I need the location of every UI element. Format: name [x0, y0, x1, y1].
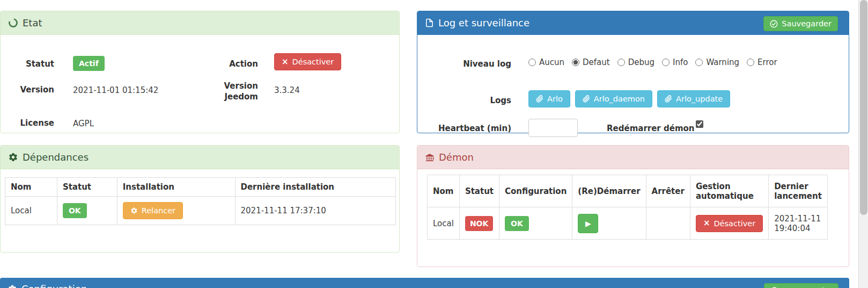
- scrollbar-thumb[interactable]: [860, 0, 867, 215]
- version-jeedom-value: 3.3.24: [274, 85, 300, 95]
- panel-etat: Etat Statut Actif Action × Désactiver Ve…: [0, 11, 400, 133]
- demon-table: Nom Statut Configuration (Re)Démarrer Ar…: [427, 175, 828, 240]
- demon-config-cell: OK: [499, 207, 572, 240]
- heartbeat-label: Heartbeat (min): [423, 124, 511, 133]
- check-circle-icon: [770, 20, 778, 28]
- panel-log: Log et surveillance Sauvegarder Niveau l…: [417, 11, 849, 133]
- radio-aucun[interactable]: Aucun: [528, 57, 564, 67]
- demon-gestion-cell: × Désactiver: [690, 207, 768, 240]
- panel-configuration-header: Configuration Sauvegarder: [0, 278, 849, 288]
- plugin-config-page: Etat Statut Actif Action × Désactiver Ve…: [0, 0, 868, 288]
- panel-dependances-header: Dépendances: [1, 146, 399, 169]
- dep-date-cell: 2021-11-11 17:37:10: [235, 197, 396, 225]
- version-label: Version: [1, 85, 54, 95]
- dep-installation-cell: Relancer: [117, 197, 235, 225]
- log-arlo-button[interactable]: Arlo: [528, 90, 570, 107]
- paperclip-icon: [583, 95, 590, 103]
- circle-notch-icon: [8, 18, 18, 28]
- x-icon: ×: [703, 219, 710, 227]
- demon-config-badge: OK: [505, 216, 529, 231]
- relancer-button[interactable]: Relancer: [123, 202, 183, 219]
- cogs-icon: [8, 284, 17, 288]
- start-daemon-button[interactable]: ▶: [578, 214, 598, 233]
- panel-etat-title: Etat: [23, 17, 42, 28]
- radio-error[interactable]: Error: [747, 57, 777, 67]
- dep-nom-cell: Local: [5, 197, 57, 225]
- radio-debug-input[interactable]: [617, 59, 625, 66]
- col-gestion-automatique: Gestion automatique: [690, 175, 768, 207]
- file-icon: [425, 18, 434, 27]
- desactiver-gestion-button[interactable]: × Désactiver: [696, 215, 763, 232]
- col-configuration: Configuration: [499, 175, 572, 207]
- desactiver-plugin-button[interactable]: × Désactiver: [274, 53, 341, 70]
- x-icon: ×: [282, 58, 289, 66]
- log-level-radio-group: Aucun Defaut Debug Info Warning: [528, 57, 777, 67]
- panel-log-body: Niveau log Aucun Defaut Debug Info: [417, 35, 849, 133]
- log-buttons-group: Arlo Arlo_daemon Arlo_update: [528, 90, 730, 107]
- col-nom: Nom: [5, 178, 57, 197]
- demon-stop-cell: [646, 207, 690, 240]
- panel-etat-body: Statut Actif Action × Désactiver Version…: [1, 35, 399, 133]
- col-arreter: Arrêter: [646, 175, 690, 207]
- col-statut: Statut: [459, 175, 499, 207]
- demon-status-badge: NOK: [465, 216, 493, 231]
- configuration-sauvegarder-button[interactable]: Sauvegarder: [764, 283, 838, 288]
- dep-status-badge: OK: [63, 203, 87, 218]
- col-nom: Nom: [428, 175, 460, 207]
- demon-nom-cell: Local: [428, 207, 460, 240]
- play-icon: ▶: [585, 219, 591, 228]
- paperclip-icon: [536, 95, 543, 103]
- sauvegarder-button[interactable]: Sauvegarder: [763, 16, 838, 31]
- radio-defaut-input[interactable]: [572, 59, 579, 66]
- demon-row: Local NOK OK ▶ × Désactiver 2021-11-11 1…: [428, 207, 828, 240]
- action-label: Action: [204, 59, 258, 69]
- radio-info[interactable]: Info: [662, 57, 688, 67]
- bank-icon: [425, 153, 435, 162]
- license-value: AGPL: [73, 119, 94, 128]
- restart-daemon-checkbox[interactable]: [696, 120, 703, 128]
- heartbeat-input[interactable]: [528, 119, 578, 137]
- panel-demon: Démon Nom Statut Configuration (Re)Démar…: [417, 145, 849, 267]
- panel-etat-header: Etat: [1, 11, 399, 35]
- panel-dependances: Dépendances Nom Statut Installation Dern…: [0, 145, 400, 253]
- radio-warning[interactable]: Warning: [695, 57, 739, 67]
- radio-error-input[interactable]: [747, 59, 754, 66]
- statut-label: Statut: [1, 59, 54, 69]
- dependances-row: Local OK Relancer 2021-11-11 17:37:10: [5, 197, 396, 225]
- license-label: License: [1, 118, 54, 128]
- cogs-icon: [130, 207, 138, 214]
- col-redemarrer: (Re)Démarrer: [572, 175, 646, 207]
- restart-daemon-label: Redémarrer démon: [607, 124, 695, 133]
- radio-defaut[interactable]: Defaut: [572, 57, 610, 67]
- gear-icon: [8, 152, 18, 162]
- log-arlo-update-button[interactable]: Arlo_update: [657, 90, 730, 107]
- demon-date-cell: 2021-11-11 19:40:04: [769, 207, 828, 240]
- log-arlo-daemon-button[interactable]: Arlo_daemon: [575, 90, 652, 107]
- dep-statut-cell: OK: [57, 197, 117, 225]
- niveau-log-label: Niveau log: [450, 59, 511, 69]
- version-value: 2021-11-01 01:15:42: [73, 85, 158, 95]
- dependances-header-row: Nom Statut Installation Dernière install…: [5, 178, 396, 197]
- radio-debug[interactable]: Debug: [617, 57, 654, 67]
- panel-log-header: Log et surveillance Sauvegarder: [417, 11, 849, 35]
- demon-statut-cell: NOK: [459, 207, 499, 240]
- demon-restart-cell: ▶: [572, 207, 646, 240]
- radio-aucun-input[interactable]: [528, 59, 536, 66]
- demon-header-row: Nom Statut Configuration (Re)Démarrer Ar…: [428, 175, 828, 207]
- panel-demon-title: Démon: [439, 152, 474, 163]
- panel-dependances-title: Dépendances: [23, 152, 89, 163]
- col-dernier-lancement: Dernier lancement: [769, 175, 828, 207]
- panel-configuration-title: Configuration: [21, 283, 87, 288]
- vertical-scrollbar[interactable]: [858, 0, 868, 288]
- paperclip-icon: [665, 95, 672, 103]
- radio-warning-input[interactable]: [695, 59, 703, 66]
- panel-log-title: Log et surveillance: [438, 17, 529, 28]
- col-statut: Statut: [57, 178, 117, 197]
- statut-badge: Actif: [73, 56, 105, 71]
- radio-info-input[interactable]: [662, 59, 670, 66]
- logs-label: Logs: [450, 96, 511, 105]
- panel-demon-header: Démon: [417, 146, 849, 169]
- col-installation: Installation: [117, 178, 235, 197]
- col-derniere-installation: Dernière installation: [235, 178, 396, 197]
- dependances-table: Nom Statut Installation Dernière install…: [5, 177, 396, 225]
